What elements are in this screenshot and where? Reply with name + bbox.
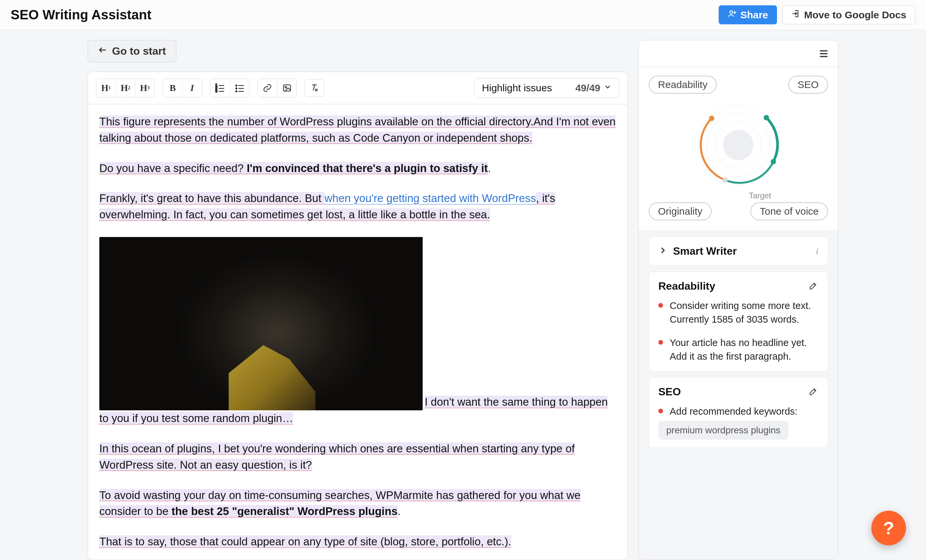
svg-point-13 <box>236 91 237 92</box>
readability-item: Consider writing some more text. Current… <box>658 299 819 326</box>
h1-button[interactable]: H1 <box>96 79 116 97</box>
svg-text:3: 3 <box>215 89 217 93</box>
pill-seo[interactable]: SEO <box>788 76 828 94</box>
style-group: B I <box>163 79 202 97</box>
topbar-actions: Share Move to Google Docs <box>719 5 915 24</box>
seo-title: SEO <box>658 386 681 398</box>
status-dot-icon <box>658 340 663 345</box>
seo-item: Add recommended keywords: <box>658 405 819 418</box>
paragraph[interactable]: I don't want the same thing to happen to… <box>99 237 616 427</box>
svg-point-16 <box>285 86 287 88</box>
insert-group <box>257 79 297 97</box>
editor-body[interactable]: This figure represents the number of Wor… <box>88 104 627 560</box>
svg-rect-15 <box>283 85 291 91</box>
score-radar-section: Readability SEO <box>639 67 838 231</box>
unordered-list-button[interactable] <box>230 79 249 97</box>
top-bar: SEO Writing Assistant Share Move to Goog… <box>0 0 926 30</box>
edit-icon[interactable] <box>808 386 819 398</box>
highlight-issues-label: Highlight issues <box>482 82 552 94</box>
link-button[interactable] <box>258 79 277 97</box>
export-icon <box>791 9 800 21</box>
paragraph[interactable]: Do you have a specific need? I'm convinc… <box>99 160 616 177</box>
chevron-right-icon <box>658 246 667 257</box>
readability-title: Readability <box>658 280 715 292</box>
highlight-issues-select[interactable]: Highlight issues 49/49 <box>474 78 619 98</box>
h3-button[interactable]: H3 <box>135 79 154 97</box>
edit-icon[interactable] <box>808 281 819 292</box>
ordered-list-button[interactable]: 123 <box>210 79 230 97</box>
h2-button[interactable]: H2 <box>116 79 135 97</box>
info-icon[interactable]: i <box>816 246 819 256</box>
help-fab[interactable]: ? <box>872 511 906 545</box>
svg-point-29 <box>709 116 714 121</box>
pill-tone[interactable]: Tone of voice <box>750 202 828 220</box>
move-label: Move to Google Docs <box>804 9 906 21</box>
share-label: Share <box>740 9 768 21</box>
image-button[interactable] <box>277 79 297 97</box>
move-to-gdocs-button[interactable]: Move to Google Docs <box>782 5 915 24</box>
menu-icon[interactable] <box>818 48 829 59</box>
sidebar-scroll[interactable]: Readability SEO <box>639 67 838 560</box>
svg-point-0 <box>730 11 732 13</box>
clear-format-button[interactable] <box>305 79 324 97</box>
share-icon <box>728 9 737 21</box>
list-group: 123 <box>210 79 249 97</box>
status-dot-icon <box>658 409 663 413</box>
chevron-down-icon <box>604 83 612 93</box>
svg-point-31 <box>771 159 776 164</box>
italic-button[interactable]: I <box>182 79 202 97</box>
sidebar-header <box>639 40 838 67</box>
readability-item: Your article has no headline yet. Add it… <box>658 336 819 363</box>
paragraph[interactable]: Frankly, it's great to have this abundan… <box>99 190 616 223</box>
heading-group: H1 H2 H3 <box>96 79 155 97</box>
bold-button[interactable]: B <box>163 79 182 97</box>
editor-panel: H1 H2 H3 B I 123 <box>88 72 628 560</box>
svg-point-11 <box>236 88 237 89</box>
readability-section: Readability Consider writing some more t… <box>649 272 828 371</box>
pill-readability[interactable]: Readability <box>649 76 717 94</box>
status-dot-icon <box>658 303 663 308</box>
go-to-start-label: Go to start <box>112 45 166 58</box>
seo-section: SEO Add recommended keywords: premium wo… <box>649 377 828 448</box>
editor-column: Go to start H1 H2 H3 B I 123 <box>88 40 628 560</box>
paragraph[interactable]: To avoid wasting your day on time-consum… <box>99 487 616 520</box>
paragraph[interactable]: That is to say, those that could appear … <box>99 534 616 550</box>
go-to-start-button[interactable]: Go to start <box>88 40 176 62</box>
analysis-sidebar: Readability SEO <box>639 40 838 560</box>
page-title: SEO Writing Assistant <box>11 8 151 22</box>
editor-toolbar: H1 H2 H3 B I 123 <box>88 72 627 104</box>
share-button[interactable]: Share <box>719 5 777 24</box>
paragraph[interactable]: In this ocean of plugins, I bet you're w… <box>99 440 616 473</box>
svg-point-32 <box>722 177 728 183</box>
smart-writer-title: Smart Writer <box>673 245 810 257</box>
inline-link[interactable]: when you're getting started with WordPre… <box>324 192 536 204</box>
arrow-left-icon <box>98 45 107 58</box>
paragraph[interactable]: This figure represents the number of Wor… <box>99 114 616 146</box>
svg-point-28 <box>723 130 754 160</box>
smart-writer-toggle[interactable]: Smart Writer i <box>649 237 828 266</box>
pill-originality[interactable]: Originality <box>649 202 712 220</box>
svg-point-30 <box>764 115 769 120</box>
issues-count: 49/49 <box>575 82 600 94</box>
page-body: Go to start H1 H2 H3 B I 123 <box>0 30 926 560</box>
keyword-chip[interactable]: premium wordpress plugins <box>658 421 788 440</box>
inline-image[interactable] <box>99 237 423 410</box>
svg-point-9 <box>236 85 237 86</box>
radar-chart <box>688 95 788 195</box>
